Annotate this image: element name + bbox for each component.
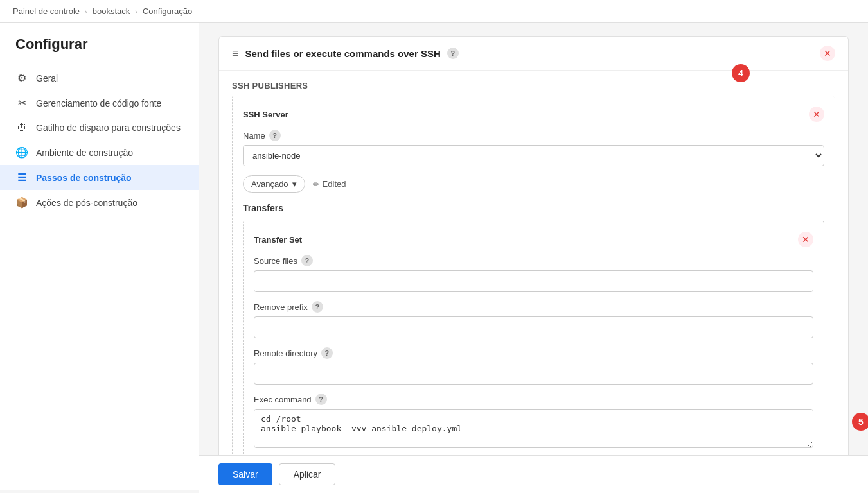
chevron-icon-1: › — [85, 8, 87, 15]
name-help-icon[interactable]: ? — [269, 130, 281, 141]
ssh-publishers-label: SSH Publishers — [219, 71, 848, 96]
ssh-publishers-content: 4 SSH Server ✕ Name ? ansible-node — [219, 96, 848, 490]
apply-button[interactable]: Aplicar — [279, 463, 336, 485]
ssh-server-box: 4 SSH Server ✕ Name ? ansible-node — [232, 96, 835, 481]
remove-prefix-input[interactable] — [254, 316, 813, 338]
transfer-set-close-button[interactable]: ✕ — [798, 232, 813, 247]
transfer-set-box: Transfer Set ✕ Source files ? — [243, 221, 824, 470]
sidebar-item-gerenciamento[interactable]: ✂ Gerenciamento de código fonte — [0, 91, 199, 116]
exec-command-row: 5 Exec command ? cd /root ansible-playbo… — [254, 394, 813, 450]
sidebar-item-gatilho[interactable]: ⏱ Gatilho de disparo para construções — [0, 116, 199, 140]
chevron-icon-2: › — [135, 8, 137, 15]
advanced-row: Avançado ▾ ✏ Edited — [243, 175, 824, 193]
source-files-help-icon[interactable]: ? — [301, 255, 313, 266]
exec-command-textarea[interactable]: cd /root ansible-playbook -vvv ansible-d… — [254, 409, 813, 448]
menu-icon: ≡ — [232, 47, 239, 60]
source-files-input[interactable] — [254, 270, 813, 292]
section-help-icon[interactable]: ? — [447, 48, 459, 59]
sidebar-item-label: Passos de construção — [36, 173, 132, 183]
section-close-button[interactable]: ✕ — [820, 46, 835, 61]
remote-directory-row: Remote directory ? — [254, 347, 813, 385]
save-button[interactable]: Salvar — [218, 463, 272, 485]
section-header-left: ≡ Send files or execute commands over SS… — [232, 47, 459, 60]
sidebar-item-geral[interactable]: ⚙ Geral — [0, 65, 199, 91]
remote-directory-input[interactable] — [254, 363, 813, 385]
exec-command-help-icon[interactable]: ? — [315, 394, 327, 405]
remove-prefix-row: Remove prefix ? — [254, 301, 813, 338]
sidebar-item-acoes[interactable]: 📦 Ações de pós-construção — [0, 190, 199, 215]
scissors-icon: ✂ — [15, 97, 28, 109]
ssh-server-name-select[interactable]: ansible-node — [243, 145, 824, 166]
name-field-row: Name ? ansible-node — [243, 130, 824, 166]
bottom-bar: Salvar Aplicar — [199, 455, 868, 490]
edited-badge: ✏ Edited — [313, 179, 346, 189]
source-files-label: Source files ? — [254, 255, 813, 266]
breadcrumb-current: Configuração — [143, 6, 192, 16]
transfers-label: Transfers — [243, 203, 824, 213]
section-title: Send files or execute commands over SSH — [245, 48, 441, 59]
pencil-icon: ✏ — [313, 180, 319, 189]
source-files-row: Source files ? — [254, 255, 813, 292]
edited-label: Edited — [323, 179, 346, 189]
clock-icon: ⏱ — [15, 122, 28, 134]
exec-command-label: Exec command ? — [254, 394, 813, 405]
transfer-set-title: Transfer Set — [254, 235, 302, 245]
sidebar-item-label: Gatilho de disparo para construções — [36, 123, 181, 133]
sidebar-item-label: Ações de pós-construção — [36, 198, 137, 208]
sidebar-title: Configurar — [0, 36, 199, 65]
section-header: ≡ Send files or execute commands over SS… — [219, 37, 848, 71]
remote-directory-label: Remote directory ? — [254, 347, 813, 359]
ssh-section-card: ≡ Send files or execute commands over SS… — [218, 36, 849, 490]
annotation-5: 5 — [852, 413, 868, 431]
sidebar-item-ambiente[interactable]: 🌐 Ambiente de construção — [0, 140, 199, 165]
transfer-set-header: Transfer Set ✕ — [254, 232, 813, 247]
server-box-header: SSH Server ✕ — [243, 107, 824, 122]
box-icon: 📦 — [15, 196, 28, 209]
sidebar-item-label: Gerenciamento de código fonte — [36, 98, 161, 108]
sidebar-item-label: Geral — [36, 73, 58, 83]
breadcrumb: Painel de controle › bookstack › Configu… — [0, 0, 868, 23]
remote-directory-help-icon[interactable]: ? — [321, 347, 333, 359]
sidebar: Configurar ⚙ Geral ✂ Gerenciamento de có… — [0, 23, 199, 490]
remove-prefix-label: Remove prefix ? — [254, 301, 813, 313]
server-box-title: SSH Server — [243, 110, 288, 119]
sidebar-item-label: Ambiente de construção — [36, 148, 133, 158]
server-box-close-button[interactable]: ✕ — [809, 107, 824, 122]
chevron-down-icon: ▾ — [292, 179, 297, 189]
breadcrumb-bookstack[interactable]: bookstack — [93, 6, 130, 16]
list-icon: ☰ — [15, 171, 28, 184]
globe-icon: 🌐 — [15, 146, 28, 159]
remove-prefix-help-icon[interactable]: ? — [312, 301, 323, 313]
main-content: ≡ Send files or execute commands over SS… — [199, 23, 868, 490]
sidebar-item-passos[interactable]: ☰ Passos de construção — [0, 165, 199, 190]
advanced-label: Avançado — [251, 179, 288, 189]
name-label: Name ? — [243, 130, 824, 141]
gear-icon: ⚙ — [15, 72, 28, 84]
advanced-button[interactable]: Avançado ▾ — [243, 175, 305, 193]
breadcrumb-home[interactable]: Painel de controle — [13, 6, 80, 16]
